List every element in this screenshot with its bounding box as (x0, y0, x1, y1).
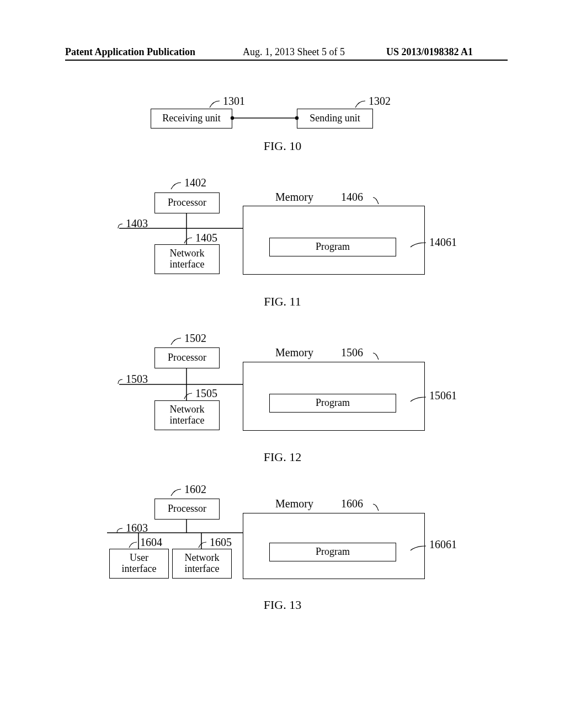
fig12-ref-15061: 15061 (429, 389, 457, 402)
header-mid: Aug. 1, 2013 Sheet 5 of 5 (243, 46, 345, 58)
fig10-caption: FIG. 10 (0, 139, 565, 153)
fig11-ref-1406: 1406 (341, 191, 363, 204)
fig10-sending-unit: Sending unit (297, 109, 373, 129)
fig13-program-box: Program (269, 543, 396, 561)
fig12-program-box: Program (269, 394, 396, 413)
fig12-ref-1502: 1502 (184, 332, 206, 345)
fig13-ref-1604: 1604 (140, 536, 162, 549)
fig11-network-interface: Network interface (154, 244, 220, 274)
fig13-network-interface: Network interface (172, 549, 232, 579)
fig12-ref-1505: 1505 (195, 387, 217, 400)
fig11-ref-1403: 1403 (126, 217, 148, 230)
fig13-memory-label: Memory (275, 497, 313, 510)
fig10-ref-1302: 1302 (369, 95, 391, 108)
fig12-caption: FIG. 12 (0, 450, 565, 464)
fig13-ref-16061: 16061 (429, 538, 457, 551)
fig13-user-interface: User interface (109, 549, 169, 579)
header-left: Patent Application Publication (65, 46, 195, 58)
fig11-caption: FIG. 11 (0, 295, 565, 309)
fig12-memory-label: Memory (275, 346, 313, 359)
page: Patent Application Publication Aug. 1, 2… (0, 0, 565, 728)
fig13-ref-1606: 1606 (341, 497, 363, 510)
fig13-ref-1602: 1602 (184, 483, 206, 496)
fig10-receiving-unit: Receiving unit (151, 109, 232, 129)
fig11-ref-1402: 1402 (184, 176, 206, 189)
header-rule (65, 60, 508, 61)
fig12-ref-1503: 1503 (126, 373, 148, 386)
fig13-caption: FIG. 13 (0, 598, 565, 612)
fig12-ref-1506: 1506 (341, 346, 363, 359)
fig11-processor: Processor (154, 192, 220, 213)
fig11-memory-label: Memory (275, 191, 313, 204)
fig13-processor: Processor (154, 499, 220, 520)
fig12-processor: Processor (154, 347, 220, 368)
fig13-ref-1605: 1605 (210, 536, 232, 549)
fig11-ref-14061: 14061 (429, 236, 457, 249)
header-right: US 2013/0198382 A1 (386, 46, 473, 58)
fig13-ref-1603: 1603 (126, 522, 148, 534)
fig10-lines (0, 0, 565, 143)
fig11-program-box: Program (269, 238, 396, 256)
fig11-ref-1405: 1405 (195, 232, 217, 244)
fig12-network-interface: Network interface (154, 400, 220, 430)
fig10-ref-1301: 1301 (223, 95, 245, 108)
